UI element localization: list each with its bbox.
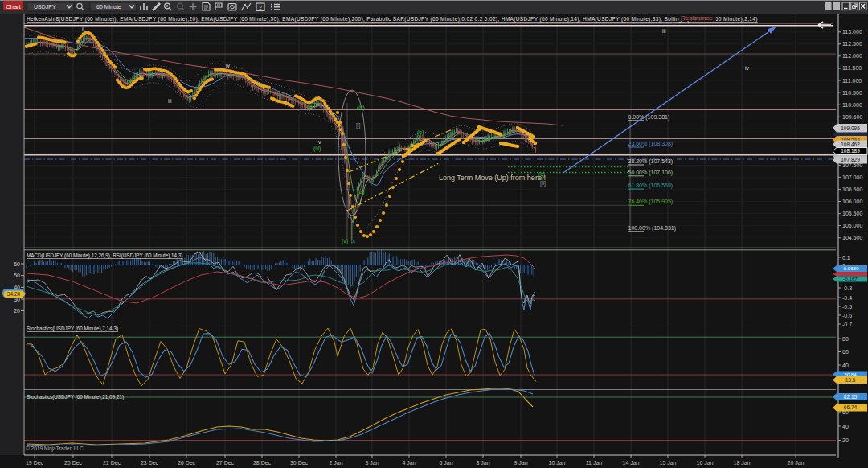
svg-text:Chart: Chart xyxy=(6,3,21,10)
svg-text:111.500: 111.500 xyxy=(842,65,862,71)
svg-text:30.84: 30.84 xyxy=(844,372,857,377)
svg-text:3 Jan: 3 Jan xyxy=(365,460,379,466)
svg-text:110.500: 110.500 xyxy=(842,90,862,96)
svg-text:ii: ii xyxy=(82,27,85,32)
svg-text:6 Jan: 6 Jan xyxy=(439,460,452,466)
svg-text:50: 50 xyxy=(14,273,20,278)
svg-text:60 Minute: 60 Minute xyxy=(96,4,121,10)
svg-text:113.000: 113.000 xyxy=(842,29,862,35)
svg-text::c: :c xyxy=(351,238,356,244)
svg-text:[i]: [i] xyxy=(356,122,361,129)
svg-text:0.1: 0.1 xyxy=(842,255,850,261)
svg-text:30 Dec: 30 Dec xyxy=(290,460,309,466)
svg-text:107.829: 107.829 xyxy=(841,157,860,162)
svg-text:14 Jan: 14 Jan xyxy=(622,460,639,466)
svg-text:112.500: 112.500 xyxy=(842,41,862,47)
svg-text:20 Jan: 20 Jan xyxy=(787,460,804,466)
svg-text:16 Jan: 16 Jan xyxy=(696,460,713,466)
svg-text:2 Jan: 2 Jan xyxy=(329,460,342,466)
svg-text:© 2019 NinjaTrader, LLC: © 2019 NinjaTrader, LLC xyxy=(26,445,84,452)
svg-text:108.189: 108.189 xyxy=(841,148,860,154)
svg-text:105.500: 105.500 xyxy=(842,211,862,216)
svg-text:105.000: 105.000 xyxy=(842,223,862,228)
svg-text:11 Jan: 11 Jan xyxy=(586,460,603,466)
svg-text:19 Dec: 19 Dec xyxy=(26,460,44,466)
svg-text:8 Jan: 8 Jan xyxy=(476,460,489,466)
svg-text:-0.3: -0.3 xyxy=(842,285,852,291)
svg-text:108.462: 108.462 xyxy=(841,142,860,147)
svg-text:38.20% (107.543): 38.20% (107.543) xyxy=(628,158,674,165)
svg-text:2: 2 xyxy=(259,5,262,10)
svg-text:20: 20 xyxy=(842,437,849,443)
svg-text:82.15: 82.15 xyxy=(844,394,858,400)
svg-text:23.60% (108.308): 23.60% (108.308) xyxy=(628,141,674,147)
svg-text:20: 20 xyxy=(14,308,20,314)
svg-text:112.000: 112.000 xyxy=(842,53,862,59)
svg-text:-0.7: -0.7 xyxy=(842,322,852,327)
svg-text:HeikenAshi8(USDJPY (60 Minute): HeikenAshi8(USDJPY (60 Minute)), EMA(USD… xyxy=(27,16,758,23)
svg-text:27 Dec: 27 Dec xyxy=(216,460,235,466)
svg-text:Stochastics(USDJPY (60 Minute): Stochastics(USDJPY (60 Minute),21,09,21) xyxy=(27,394,124,400)
svg-text:26 Dec: 26 Dec xyxy=(178,460,196,466)
svg-text:109.095: 109.095 xyxy=(841,125,860,131)
svg-text:61.80% (106.569): 61.80% (106.569) xyxy=(628,183,674,189)
svg-text:109.500: 109.500 xyxy=(842,114,862,120)
svg-text:60: 60 xyxy=(14,261,20,267)
svg-text:13.5: 13.5 xyxy=(845,377,856,383)
svg-text:-0.4: -0.4 xyxy=(842,295,852,301)
svg-text:Stochastics(USDJPY (60 Minute): Stochastics(USDJPY (60 Minute),7,14,3) xyxy=(27,326,118,332)
svg-text:110.000: 110.000 xyxy=(842,102,862,108)
svg-text:4 Jan: 4 Jan xyxy=(402,460,416,466)
svg-text:100.00% (104.831): 100.00% (104.831) xyxy=(628,225,677,232)
svg-text:Resistance: Resistance xyxy=(681,14,713,22)
svg-text:40: 40 xyxy=(842,424,849,429)
svg-text:(iv): (iv) xyxy=(357,105,365,111)
svg-text:(iii): (iii) xyxy=(313,146,321,152)
svg-text:20 Dec: 20 Dec xyxy=(64,460,83,466)
svg-text:iv: iv xyxy=(745,65,750,71)
svg-text:60: 60 xyxy=(842,349,849,355)
svg-text:40: 40 xyxy=(842,363,849,368)
svg-text:111.000: 111.000 xyxy=(842,78,862,84)
svg-text:107.000: 107.000 xyxy=(842,174,862,180)
svg-text:34.24: 34.24 xyxy=(7,291,21,297)
svg-text:23 Dec: 23 Dec xyxy=(141,460,159,466)
svg-text:80: 80 xyxy=(842,336,849,342)
svg-text:iii: iii xyxy=(662,28,666,34)
svg-text:106.500: 106.500 xyxy=(842,187,862,192)
svg-text:15 Jan: 15 Jan xyxy=(659,460,676,466)
svg-text:Long Term Move (Up) from here!: Long Term Move (Up) from here!! xyxy=(439,174,546,182)
svg-text:106.000: 106.000 xyxy=(842,199,862,204)
svg-text:(b): (b) xyxy=(417,129,424,136)
svg-text:21 Dec: 21 Dec xyxy=(103,460,121,466)
svg-text:(v): (v) xyxy=(342,238,348,244)
svg-text:iii: iii xyxy=(168,98,172,104)
svg-text:iv: iv xyxy=(226,63,231,68)
svg-text:9 Jan: 9 Jan xyxy=(514,460,527,466)
svg-text:USDJPY: USDJPY xyxy=(34,4,56,10)
svg-text:MACD(USDJPY (60 Minute),12,26,: MACD(USDJPY (60 Minute),12,26,9), RSI(US… xyxy=(27,252,182,259)
svg-text:-0.5: -0.5 xyxy=(842,304,852,310)
svg-text:10 Jan: 10 Jan xyxy=(548,460,565,466)
svg-text:50.00% (107.106): 50.00% (107.106) xyxy=(628,170,674,176)
svg-text:v: v xyxy=(318,139,321,145)
svg-text:-0.6: -0.6 xyxy=(842,313,852,318)
svg-text:66.74: 66.74 xyxy=(844,404,858,410)
svg-text:18 Jan: 18 Jan xyxy=(733,460,750,466)
svg-text:76.40% (105.905): 76.40% (105.905) xyxy=(628,199,674,205)
svg-text:0.00% (109.381): 0.00% (109.381) xyxy=(628,114,670,121)
svg-text:104.500: 104.500 xyxy=(842,235,862,240)
svg-text:28 Dec: 28 Dec xyxy=(253,460,272,466)
svg-text:(a): (a) xyxy=(358,189,365,195)
svg-text:-0.167: -0.167 xyxy=(843,276,858,281)
svg-text:-0.0630: -0.0630 xyxy=(842,265,860,271)
